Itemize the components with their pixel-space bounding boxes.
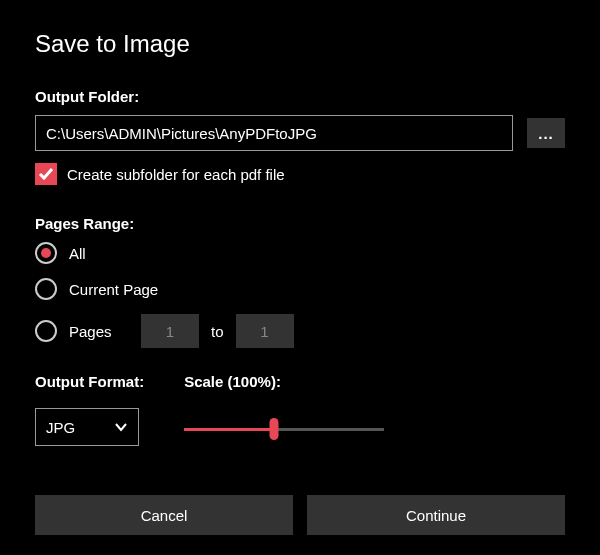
cancel-button[interactable]: Cancel	[35, 495, 293, 535]
action-row: Cancel Continue	[35, 495, 565, 535]
output-format-select[interactable]: JPG	[35, 408, 139, 446]
browse-button[interactable]: ...	[527, 118, 565, 148]
output-format-label: Output Format:	[35, 373, 144, 390]
pages-range-group: All Current Page Pages to	[35, 242, 565, 348]
subfolder-row: Create subfolder for each pdf file	[35, 163, 565, 185]
dialog-title: Save to Image	[35, 30, 565, 58]
subfolder-label: Create subfolder for each pdf file	[67, 166, 285, 183]
output-format-value: JPG	[46, 419, 75, 436]
output-folder-label: Output Folder:	[35, 88, 565, 105]
output-folder-row: ...	[35, 115, 565, 151]
chevron-down-icon	[114, 420, 128, 434]
radio-current[interactable]	[35, 278, 57, 300]
pages-range-label: Pages Range:	[35, 215, 565, 232]
scale-slider[interactable]	[184, 418, 384, 440]
save-to-image-dialog: Save to Image Output Folder: ... Create …	[0, 0, 600, 555]
format-column: Output Format: JPG	[35, 373, 144, 446]
continue-button[interactable]: Continue	[307, 495, 565, 535]
scale-label: Scale (100%):	[184, 373, 565, 390]
slider-fill	[184, 428, 274, 431]
radio-all[interactable]	[35, 242, 57, 264]
radio-current-label: Current Page	[69, 281, 158, 298]
radio-pages-label: Pages	[69, 323, 129, 340]
pages-to-input[interactable]	[236, 314, 294, 348]
radio-row-pages: Pages to	[35, 314, 565, 348]
subfolder-checkbox[interactable]	[35, 163, 57, 185]
radio-all-label: All	[69, 245, 86, 262]
slider-thumb[interactable]	[270, 418, 279, 440]
scale-column: Scale (100%):	[184, 373, 565, 446]
check-icon	[38, 166, 54, 182]
radio-pages[interactable]	[35, 320, 57, 342]
output-folder-input[interactable]	[35, 115, 513, 151]
radio-row-all: All	[35, 242, 565, 264]
radio-row-current: Current Page	[35, 278, 565, 300]
format-scale-row: Output Format: JPG Scale (100%):	[35, 373, 565, 446]
pages-to-label: to	[211, 323, 224, 340]
pages-from-input[interactable]	[141, 314, 199, 348]
slider-track	[184, 428, 384, 431]
